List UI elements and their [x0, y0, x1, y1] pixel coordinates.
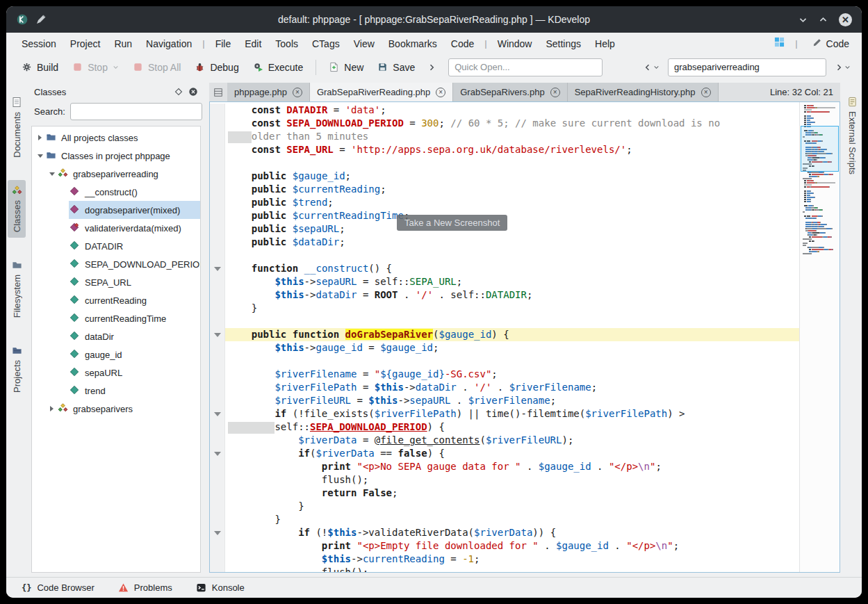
- code-line[interactable]: print "<p>No SEPA gauge data for " . $ga…: [210, 460, 799, 473]
- code-line[interactable]: return False;: [210, 487, 799, 500]
- menu-file[interactable]: File: [208, 35, 238, 52]
- menu-settings[interactable]: Settings: [539, 35, 588, 52]
- tab-grabsepariverreading-php[interactable]: GrabSepaRiverReading.php×: [310, 83, 453, 101]
- tree-item-datadir[interactable]: DATADIR: [32, 237, 200, 255]
- tree-item-trend[interactable]: trend: [32, 382, 200, 400]
- code-area[interactable]: const DATADIR = 'data'; const SEPA_DOWNL…: [210, 102, 799, 572]
- code-line[interactable]: if($riverData == false) {: [210, 447, 799, 460]
- code-line[interactable]: public $gauge_id;: [210, 170, 799, 183]
- code-line[interactable]: $riverFilename = "${gauge_id}-SG.csv";: [210, 368, 799, 381]
- code-line[interactable]: older than 5 minutes: [210, 130, 799, 143]
- menu-code[interactable]: Code: [444, 35, 481, 52]
- code-line[interactable]: const SEPA_URL = 'http://apps.sepa.org.u…: [210, 143, 799, 156]
- code-line[interactable]: $this->gauge_id = $gauge_id;: [210, 341, 799, 354]
- tab-separiverreadinghistory-php[interactable]: SepaRiverReadingHistory.php×: [568, 83, 719, 101]
- code-line[interactable]: [210, 249, 799, 262]
- menu-edit[interactable]: Edit: [238, 35, 268, 52]
- tree-item-dograbsepariver-mixed[interactable]: dograbsepariver(mixed): [32, 201, 200, 219]
- debug-button[interactable]: Debug: [188, 59, 245, 76]
- tree-item-gauge-id[interactable]: gauge_id: [32, 345, 200, 364]
- code-line[interactable]: [210, 354, 799, 368]
- tree-expand-icon[interactable]: [35, 135, 45, 140]
- new-button[interactable]: New: [322, 59, 370, 76]
- code-line[interactable]: flush();: [210, 473, 799, 487]
- code-browser-button[interactable]: {}Code Browser: [22, 582, 95, 593]
- tree-item-currentreading[interactable]: currentReading: [32, 291, 200, 309]
- tree-collapse-icon[interactable]: [35, 154, 45, 158]
- menu-navigation[interactable]: Navigation: [139, 35, 199, 52]
- unshade-icon[interactable]: [819, 15, 828, 24]
- code-line[interactable]: $this->sepaURL = self::SEPA_URL;: [210, 275, 799, 288]
- toolbar-overflow-button[interactable]: [425, 60, 439, 74]
- sidebar-item-documents[interactable]: Documents: [8, 91, 26, 163]
- search-prev-button[interactable]: [641, 60, 662, 74]
- minimap-viewport[interactable]: [801, 126, 839, 172]
- class-search-input[interactable]: [70, 103, 202, 120]
- editor-view[interactable]: const DATADIR = 'data'; const SEPA_DOWNL…: [209, 101, 840, 573]
- code-line[interactable]: const SEPA_DOWNLOAD_PERIOD = 300; // 60 …: [210, 117, 799, 130]
- konsole-button[interactable]: Konsole: [196, 582, 245, 593]
- sidebar-item-external-scripts[interactable]: External Scripts: [844, 91, 862, 180]
- toolbar-search-input[interactable]: [668, 58, 826, 76]
- menu-help[interactable]: Help: [588, 35, 622, 52]
- save-button[interactable]: Save: [370, 59, 422, 76]
- document-list-icon[interactable]: [209, 88, 227, 97]
- tree-item-currentreadingtime[interactable]: currentReadingTime: [32, 309, 200, 327]
- shade-icon[interactable]: [799, 15, 808, 24]
- detach-panel-icon[interactable]: [174, 88, 183, 96]
- code-line[interactable]: self::SEPA_DOWNLOAD_PERIOD) {: [210, 421, 799, 434]
- code-line[interactable]: $riverFilePath = $this->dataDir . '/' . …: [210, 381, 799, 394]
- tree-item-sepa-download-period[interactable]: SEPA_DOWNLOAD_PERIOD: [32, 255, 200, 273]
- tree-item-grabseparivers[interactable]: grabseparivers: [32, 400, 200, 418]
- fold-marker-icon[interactable]: [214, 412, 221, 416]
- close-icon[interactable]: ×: [701, 88, 711, 97]
- tree-item-classes-in-project-phppage[interactable]: Classes in project phppage: [32, 147, 200, 165]
- code-line[interactable]: function __construct() {: [210, 262, 799, 275]
- tab-phppage-php[interactable]: phppage.php×: [227, 83, 310, 101]
- menu-view[interactable]: View: [347, 35, 382, 52]
- code-line[interactable]: flush();: [210, 566, 799, 572]
- close-icon[interactable]: ×: [550, 88, 560, 97]
- tree-item-sepa-url[interactable]: SEPA_URL: [32, 273, 200, 291]
- tab-grabseparivers-php[interactable]: GrabSepaRivers.php×: [453, 83, 567, 101]
- search-next-button[interactable]: [832, 60, 853, 74]
- tree-collapse-icon[interactable]: [47, 172, 57, 176]
- tree-item-datadir[interactable]: dataDir: [32, 327, 200, 345]
- code-line[interactable]: $this->dataDir = ROOT . '/' . self::DATA…: [210, 288, 799, 302]
- grid-icon[interactable]: [774, 37, 785, 50]
- titlebar[interactable]: default: phppage - [ phppage:GrabSepaRiv…: [6, 6, 862, 33]
- close-icon[interactable]: ×: [436, 88, 445, 97]
- close-icon[interactable]: ×: [293, 88, 302, 97]
- menu-ctags[interactable]: CTags: [305, 35, 347, 52]
- problems-button[interactable]: Problems: [118, 582, 172, 593]
- code-line[interactable]: public $currentReading;: [210, 183, 799, 196]
- code-line[interactable]: const DATADIR = 'data';: [210, 104, 799, 117]
- close-button[interactable]: ✕: [839, 13, 852, 26]
- sidebar-item-projects[interactable]: Projects: [8, 340, 26, 398]
- sidebar-item-filesystem[interactable]: Filesystem: [8, 254, 26, 323]
- build-button[interactable]: Build: [15, 59, 65, 76]
- code-line[interactable]: public $trend;: [210, 196, 799, 209]
- code-line[interactable]: [210, 156, 799, 170]
- menu-session[interactable]: Session: [15, 35, 63, 52]
- menu-tools[interactable]: Tools: [268, 35, 305, 52]
- tree-item-all-projects-classes[interactable]: All projects classes: [32, 129, 200, 147]
- sidebar-item-classes[interactable]: Classes: [8, 180, 26, 238]
- menu-project[interactable]: Project: [63, 35, 108, 52]
- tree-item-sepaurl[interactable]: sepaURL: [32, 364, 200, 382]
- menu-window[interactable]: Window: [491, 35, 539, 52]
- tree-item-grabsepariverreading[interactable]: grabsepariverreading: [32, 165, 200, 183]
- code-line[interactable]: public $dataDir;: [210, 236, 799, 249]
- code-line[interactable]: if (!file_exists($riverFilePath) || time…: [210, 407, 799, 421]
- fold-marker-icon[interactable]: [214, 333, 221, 337]
- code-line[interactable]: }: [210, 513, 799, 526]
- code-line[interactable]: }: [210, 302, 799, 315]
- code-line[interactable]: if (!$this->validateRiverData($riverData…: [210, 526, 799, 539]
- menu-run[interactable]: Run: [107, 35, 139, 52]
- menu-bookmarks[interactable]: Bookmarks: [382, 35, 444, 52]
- tree-item-construct[interactable]: __construct(): [32, 183, 200, 201]
- fold-marker-icon[interactable]: [214, 531, 221, 535]
- code-menu-button[interactable]: Code: [808, 35, 853, 51]
- quick-open-input[interactable]: [448, 58, 603, 76]
- tree-expand-icon[interactable]: [47, 406, 57, 411]
